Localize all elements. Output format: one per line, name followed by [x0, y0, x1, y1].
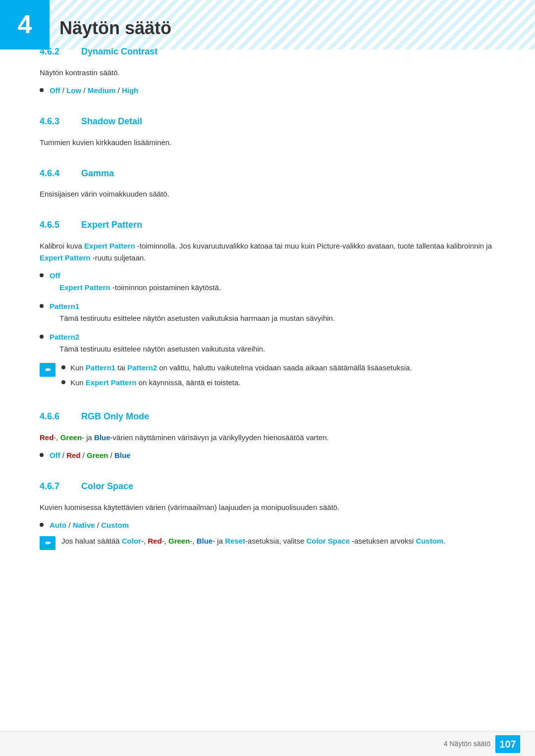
note-item: Jos haluat säätää Color-, Red-, Green-, …: [61, 535, 495, 547]
bullet-icon: [40, 523, 44, 527]
note-item: Kun Pattern1 tai Pattern2 on valittu, ha…: [61, 362, 495, 374]
section-465-bullets: Off Expert Pattern -toiminnon poistamine…: [40, 270, 495, 358]
section-462-description: Näytön kontrastin säätö.: [40, 67, 495, 79]
section-465-description: Kalibroi kuva Expert Pattern -toiminnoll…: [40, 240, 495, 264]
bullet-icon: [40, 88, 44, 92]
list-item: Off Expert Pattern -toiminnon poistamine…: [40, 270, 495, 297]
section-462-body: Näytön kontrastin säätö. Off / Low / Med…: [40, 67, 495, 97]
section-464-number: 4.6.4: [40, 166, 69, 181]
page-header: 4 Näytön säätö: [0, 0, 535, 25]
option-text: Auto / Native / Custom: [50, 519, 129, 531]
section-463-number: 4.6.3: [40, 114, 69, 129]
option-text: Pattern2 Tämä testiruutu esittelee näytö…: [50, 331, 265, 358]
section-465-heading: 4.6.5 Expert Pattern: [40, 218, 495, 232]
section-465-body: Kalibroi kuva Expert Pattern -toiminnoll…: [40, 240, 495, 392]
section-464-heading: 4.6.4 Gamma: [40, 166, 495, 181]
bullet-icon: [40, 273, 44, 277]
section-464-title: Gamma: [81, 166, 114, 181]
page-footer: 4 Näytön säätö 107: [0, 731, 535, 756]
note-icon: ✏: [40, 536, 55, 550]
option-text: Off Expert Pattern -toiminnon poistamine…: [50, 270, 221, 297]
section-462-options: Off / Low / Medium / High: [40, 85, 495, 97]
section-466-body: Red-, Green- ja Blue-värien näyttäminen …: [40, 432, 495, 461]
list-item: Off / Low / Medium / High: [40, 85, 495, 97]
section-463-title: Shadow Detail: [81, 114, 142, 129]
footer-page-badge: 107: [495, 735, 520, 753]
bullet-icon: [61, 365, 65, 369]
section-463-body: Tummien kuvien kirkkauden lisääminen.: [40, 137, 495, 149]
footer-page-number: 107: [499, 736, 516, 752]
section-467-number: 4.6.7: [40, 479, 69, 494]
section-467-heading: 4.6.7 Color Space: [40, 479, 495, 494]
note-bullets: Jos haluat säätää Color-, Red-, Green-, …: [61, 535, 495, 550]
section-464-description: Ensisijaisen värin voimakkuuden säätö.: [40, 188, 495, 200]
footer-label: 4 Näytön säätö: [444, 738, 490, 749]
section-466-heading: 4.6.6 RGB Only Mode: [40, 409, 495, 424]
chapter-number-block: 4: [0, 0, 50, 50]
list-item: Auto / Native / Custom: [40, 519, 495, 531]
section-464-body: Ensisijaisen värin voimakkuuden säätö.: [40, 188, 495, 200]
option-text: Pattern1 Tämä testiruutu esittelee näytö…: [50, 301, 335, 327]
bullet-icon: [40, 335, 44, 339]
chapter-title: Näytön säätö: [59, 14, 171, 43]
section-466-title: RGB Only Mode: [81, 409, 149, 424]
section-467-notes: ✏ Jos haluat säätää Color-, Red-, Green-…: [40, 535, 495, 550]
chapter-number: 4: [18, 4, 32, 45]
section-465-notes: ✏ Kun Pattern1 tai Pattern2 on valittu, …: [40, 362, 495, 392]
section-463-description: Tummien kuvien kirkkauden lisääminen.: [40, 137, 495, 149]
option-text: Off / Low / Medium / High: [50, 85, 138, 97]
bullet-icon: [40, 453, 44, 457]
section-465-title: Expert Pattern: [81, 218, 142, 232]
section-467-body: Kuvien luomisessa käytettävien värien (v…: [40, 502, 495, 550]
section-466-number: 4.6.6: [40, 409, 69, 424]
note-icon: ✏: [40, 363, 55, 377]
section-463-heading: 4.6.3 Shadow Detail: [40, 114, 495, 129]
section-467-title: Color Space: [81, 479, 133, 494]
bullet-icon: [40, 304, 44, 308]
list-item: Pattern1 Tämä testiruutu esittelee näytö…: [40, 301, 495, 327]
note-bullets: Kun Pattern1 tai Pattern2 on valittu, ha…: [61, 362, 495, 392]
option-text: Off / Red / Green / Blue: [50, 450, 130, 461]
list-item: Off / Red / Green / Blue: [40, 450, 495, 461]
section-467-options: Auto / Native / Custom: [40, 519, 495, 531]
note-item: Kun Expert Pattern on käynnissä, ääntä e…: [61, 377, 495, 389]
section-467-description: Kuvien luomisessa käytettävien värien (v…: [40, 502, 495, 513]
section-465-number: 4.6.5: [40, 218, 69, 232]
list-item: Pattern2 Tämä testiruutu esittelee näytö…: [40, 331, 495, 358]
section-466-options: Off / Red / Green / Blue: [40, 450, 495, 461]
section-466-description: Red-, Green- ja Blue-värien näyttäminen …: [40, 432, 495, 444]
main-content: 4.6.2 Dynamic Contrast Näytön kontrastin…: [0, 45, 535, 550]
bullet-icon: [61, 380, 65, 384]
